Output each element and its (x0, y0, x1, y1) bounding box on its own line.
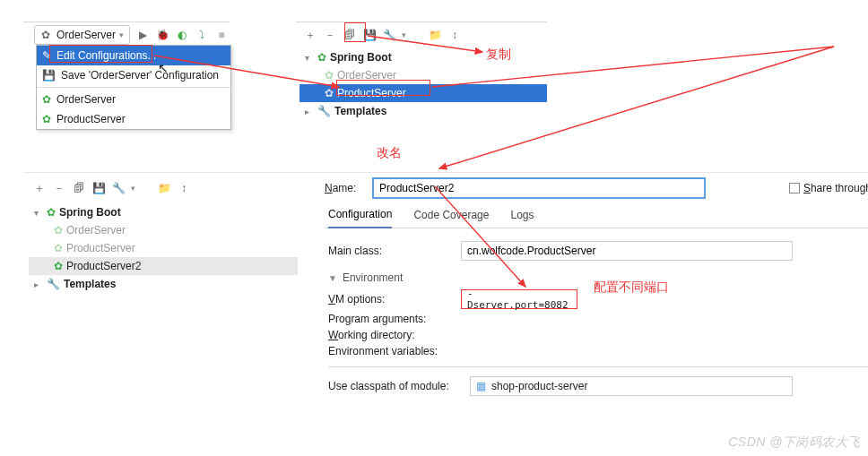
name-input[interactable] (373, 178, 705, 198)
tree-node-spring-boot[interactable]: ▾ ✿ Spring Boot (29, 203, 303, 221)
attach-icon[interactable]: ⤵ (195, 28, 209, 42)
config-tree-a: ▾ ✿ Spring Boot ✿ OrderServer ✿ ProductS… (299, 45, 547, 124)
edit-configurations-item[interactable]: ✎ Edit Configurations... (37, 46, 230, 65)
run-config-dialog: ＋ － 🗐 💾 🔧 ▾ 📁 ↕ ▾ ✿ Spring Boot ✿ OrderS… (23, 172, 868, 450)
chevron-right-icon: ▸ (305, 107, 314, 116)
copy-icon[interactable]: 🗐 (343, 28, 357, 42)
stop-icon[interactable]: ■ (214, 28, 229, 42)
spring-leaf-icon: ✿ (317, 51, 326, 64)
remove-icon[interactable]: － (52, 181, 66, 195)
tree-item-label: ProductServer (66, 242, 135, 254)
save-icon[interactable]: 💾 (91, 181, 106, 195)
chevron-right-icon: ▸ (34, 280, 43, 289)
coverage-icon[interactable]: ◐ (175, 28, 189, 42)
add-icon[interactable]: ＋ (303, 28, 317, 42)
config-detail-panel: Name: Share through Configuration Code C… (325, 175, 868, 400)
spring-leaf-icon: ✿ (325, 69, 334, 82)
tree-label: Templates (64, 278, 116, 290)
spring-leaf-icon: ✿ (54, 224, 63, 237)
wrench-icon: 🔧 (317, 105, 331, 117)
run-icon[interactable]: ▶ (135, 28, 150, 42)
spring-leaf-icon: ✿ (54, 260, 63, 272)
folder-icon[interactable]: 📁 (157, 181, 171, 195)
watermark: CSDN @下岗码农大飞 (728, 434, 861, 451)
edit-icon: ✎ (42, 49, 51, 62)
save-icon[interactable]: 💾 (362, 28, 377, 42)
tab-configuration[interactable]: Configuration (328, 202, 392, 228)
chevron-down-icon: ▾ (402, 30, 406, 39)
annotation-rename: 改名 (377, 145, 402, 161)
classpath-label: Use classpath of module: (328, 380, 463, 392)
cursor-icon: ↖ (158, 61, 169, 75)
tree-item-label: OrderServer (66, 224, 126, 237)
spring-leaf-icon: ✿ (325, 87, 334, 99)
tree-label: Spring Boot (330, 51, 392, 64)
spring-leaf-icon: ✿ (42, 93, 51, 106)
save-configuration-item[interactable]: 💾 Save 'OrderServer' Configuration (37, 65, 230, 85)
wrench-icon[interactable]: 🔧 (111, 181, 126, 195)
config-tree-panel-b: ＋ － 🗐 💾 🔧 ▾ 📁 ↕ ▾ ✿ Spring Boot ✿ OrderS… (29, 176, 303, 297)
share-checkbox[interactable]: Share through (789, 182, 868, 194)
vm-options-label: VM options: (328, 293, 454, 305)
folder-icon[interactable]: 📁 (428, 28, 442, 42)
working-dir-label: Working directory: (328, 329, 454, 341)
edit-configurations-label: Edit Configurations... (56, 49, 156, 62)
add-icon[interactable]: ＋ (32, 181, 47, 195)
main-class-label: Main class: (328, 245, 454, 257)
sort-icon[interactable]: ↕ (447, 28, 462, 42)
environment-label: Environment (343, 271, 403, 284)
spring-leaf-icon: ✿ (42, 113, 51, 125)
run-config-label: OrderServer (56, 29, 116, 41)
spring-leaf-icon: ✿ (39, 28, 53, 42)
tree-item-productserver2[interactable]: ✿ ProductServer2 (29, 257, 298, 275)
dropdown-item-productserver[interactable]: ✿ ProductServer (37, 109, 230, 129)
tree-item-productserver[interactable]: ✿ ProductServer (29, 239, 303, 257)
vm-options-input[interactable]: -Dserver.port=8082 (461, 289, 577, 309)
debug-icon[interactable]: 🐞 (155, 28, 169, 42)
tree-node-spring-boot[interactable]: ▾ ✿ Spring Boot (299, 48, 547, 66)
name-label: Name: (325, 182, 366, 194)
tree-label: Templates (334, 105, 386, 117)
dropdown-item-label: OrderServer (56, 93, 116, 106)
spring-leaf-icon: ✿ (54, 242, 63, 254)
detail-tabs: Configuration Code Coverage Logs (325, 202, 868, 228)
save-configuration-label: Save 'OrderServer' Configuration (61, 69, 219, 82)
tree-item-label: ProductServer2 (66, 260, 141, 272)
tab-code-coverage[interactable]: Code Coverage (413, 202, 489, 228)
sort-icon[interactable]: ↕ (177, 181, 191, 195)
remove-icon[interactable]: － (323, 28, 337, 42)
tab-logs[interactable]: Logs (510, 202, 534, 228)
run-toolbar: ✿ OrderServer ▾ ▶ 🐞 ◐ ⤵ ■ (30, 23, 237, 47)
classpath-module-combo[interactable]: ▦ shop-product-server (470, 376, 793, 396)
dropdown-item-orderserver[interactable]: ✿ OrderServer (37, 90, 230, 109)
tree-node-templates[interactable]: ▸ 🔧 Templates (29, 275, 303, 293)
chevron-down-icon: ▾ (305, 53, 314, 63)
chevron-down-icon: ▾ (34, 208, 43, 218)
program-args-label: Program arguments: (328, 313, 454, 325)
tree-item-orderserver[interactable]: ✿ OrderServer (29, 221, 303, 239)
main-class-input[interactable] (461, 241, 793, 261)
environment-section[interactable]: ▼ Environment (328, 271, 868, 284)
tree-item-productserver[interactable]: ✿ ProductServer (299, 84, 547, 102)
spring-leaf-icon: ✿ (47, 206, 56, 219)
tree-node-templates[interactable]: ▸ 🔧 Templates (299, 102, 547, 120)
run-config-combo[interactable]: ✿ OrderServer ▾ (34, 25, 130, 45)
tree-item-orderserver[interactable]: ✿ OrderServer (299, 66, 547, 84)
wrench-icon[interactable]: 🔧 (382, 28, 396, 42)
save-icon: 💾 (42, 69, 56, 82)
tree-item-label: OrderServer (337, 69, 396, 82)
chevron-down-icon: ▾ (119, 30, 124, 39)
dropdown-item-label: ProductServer (56, 113, 126, 125)
copy-icon[interactable]: 🗐 (72, 181, 86, 195)
tree-item-label: ProductServer (337, 87, 406, 99)
tree-label: Spring Boot (59, 206, 121, 219)
config-tree-toolbar-b: ＋ － 🗐 💾 🔧 ▾ 📁 ↕ (29, 176, 303, 200)
env-vars-label: Environment variables: (328, 345, 454, 357)
run-config-dropdown: ✎ Edit Configurations... 💾 Save 'OrderSe… (36, 45, 231, 130)
module-icon: ▦ (476, 380, 486, 392)
wrench-icon: 🔧 (47, 278, 60, 290)
config-tree-toolbar-a: ＋ － 🗐 💾 🔧 ▾ 📁 ↕ (299, 23, 542, 47)
chevron-down-icon: ▾ (131, 184, 135, 193)
chevron-down-icon: ▼ (328, 273, 337, 283)
classpath-module-value: shop-product-server (491, 380, 587, 392)
